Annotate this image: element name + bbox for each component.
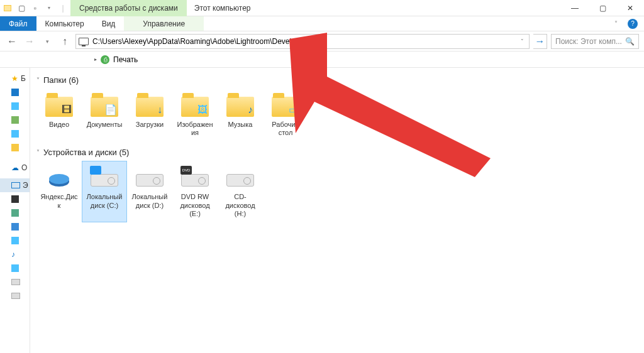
folder-music[interactable]: ♪Музыка [218,89,263,141]
windows-badge-icon [90,166,101,175]
picture-icon [11,237,19,244]
yandex-disk-icon [47,170,72,188]
generic-icon [11,89,19,96]
computer-icon [79,38,89,45]
ribbon-tabs: Файл Компьютер Вид Управление ˅ ? [0,16,644,31]
sidebar-item[interactable] [0,206,30,220]
quick-access-toolbar: ▢ ▫ ▾ | [0,3,70,13]
sidebar-item[interactable] [0,289,30,303]
folder-documents[interactable]: 📄Документы [82,89,127,141]
cloud-icon: ☁ [11,163,19,172]
print-icon: ⎙ [101,55,109,64]
qat-new-folder-icon[interactable]: ▫ [30,3,40,13]
device-dvd-rw[interactable]: DVDDVD RW дисковод (E:) [172,161,218,222]
address-bar[interactable]: C:\Users\Alexey\AppData\Roaming\Adobe\Li… [75,34,530,49]
navigation-pane: ★Б ☁O Э ♪ [0,68,30,353]
tab-view[interactable]: Вид [93,16,125,31]
chevron-down-icon: ˅ [36,77,40,84]
download-icon [11,223,19,231]
folder-desktop[interactable]: ▭Рабочий стол [263,89,308,141]
sidebar-item[interactable] [0,99,30,113]
generic-icon [11,116,19,124]
sidebar-item[interactable] [0,220,30,234]
desktop-icon [11,264,19,272]
folder-downloads[interactable]: ↓Загрузки [127,89,172,141]
print-label[interactable]: Печать [113,55,138,64]
sidebar-item[interactable] [0,141,30,155]
sidebar-item[interactable] [0,127,30,141]
chevron-right-icon[interactable]: ▸ [94,57,97,62]
minimize-button[interactable]: — [561,0,589,16]
tab-computer[interactable]: Компьютер [36,16,93,31]
folder-icon: 📄 [91,97,118,117]
search-placeholder: Поиск: Этот комп... [555,37,622,46]
up-button[interactable]: ↑ [58,35,72,48]
group-header-folders[interactable]: ˅ Папки (6) [36,75,638,85]
svg-point-1 [49,174,69,184]
recent-locations-icon[interactable]: ▾ [40,35,54,48]
device-local-disk-d[interactable]: Локальный диск (D:) [127,161,172,222]
content-pane: ˅ Папки (6) 🎞Видео 📄Документы ↓Загрузки … [30,68,644,353]
sidebar-item[interactable] [0,192,30,206]
address-dropdown-icon[interactable]: ˅ [518,38,526,45]
device-cd[interactable]: CD-дисковод (H:) [218,161,263,222]
sidebar-item-thispc[interactable]: Э [0,178,30,192]
window-controls: — ▢ ✕ [561,0,644,16]
disk-icon [11,279,20,285]
folder-icon: ↓ [136,97,164,117]
file-tab[interactable]: Файл [0,16,36,31]
devices-row: Яндекс.Диск Локальный диск (C:) Локальны… [36,161,638,222]
folder-pictures[interactable]: 🖼Изображения [172,89,218,141]
group-header-devices[interactable]: ˅ Устройства и диски (5) [36,148,638,157]
forward-button[interactable]: → [23,35,36,48]
window-title: Этот компьютер [187,4,258,13]
dvd-badge-icon: DVD [180,166,192,175]
device-local-disk-c[interactable]: Локальный диск (C:) [82,161,127,222]
generic-icon [11,144,19,151]
command-bar: ▸ ⎙ Печать [0,52,644,68]
navigation-bar: ← → ▾ ↑ C:\Users\Alexey\AppData\Roaming\… [0,31,644,52]
search-icon: 🔍 [625,37,635,46]
optical-drive-icon: DVD [181,174,209,187]
context-tab-manage[interactable]: Управление [124,16,204,31]
help-icon[interactable]: ? [628,19,638,29]
sidebar-item[interactable] [0,234,30,247]
ribbon-collapse-icon[interactable]: ˅ [609,20,623,27]
sidebar-item[interactable] [0,113,30,127]
close-button[interactable]: ✕ [616,0,644,16]
disk-icon [11,293,20,299]
device-yandex-disk[interactable]: Яндекс.Диск [36,161,82,222]
qat-dropdown-icon[interactable]: ▾ [44,3,54,13]
computer-icon [11,182,20,188]
sidebar-item[interactable]: ♪ [0,247,30,261]
group-title: Устройства и диски (5) [43,148,129,157]
sidebar-item[interactable] [0,85,30,99]
drive-icon [91,174,118,187]
drive-icon [136,174,164,187]
address-text: C:\Users\Alexey\AppData\Roaming\Adobe\Li… [92,37,321,46]
folder-icon: ♪ [226,97,254,117]
folders-row: 🎞Видео 📄Документы ↓Загрузки 🖼Изображения… [36,89,638,141]
sidebar-item[interactable] [0,275,30,289]
folder-icon: ▭ [272,97,299,117]
back-button[interactable]: ← [5,35,19,48]
folder-videos[interactable]: 🎞Видео [36,89,82,141]
folder-icon: 🎞 [45,97,73,117]
generic-icon [11,130,19,138]
qat-properties-icon[interactable]: ▢ [16,3,26,13]
document-icon [11,209,19,217]
folder-icon: 🖼 [181,97,209,117]
video-icon [11,195,19,203]
sidebar-item-quickaccess[interactable]: ★Б [0,72,30,85]
group-title: Папки (6) [43,75,79,85]
music-icon: ♪ [11,250,15,259]
star-icon: ★ [11,74,18,83]
sidebar-item-onedrive[interactable]: ☁O [0,161,30,175]
app-icon[interactable] [3,3,13,13]
qat-separator: | [58,3,68,13]
refresh-button[interactable]: → [533,34,547,49]
chevron-down-icon: ˅ [36,149,40,156]
maximize-button[interactable]: ▢ [589,0,616,16]
search-input[interactable]: Поиск: Этот комп... 🔍 [551,34,639,49]
sidebar-item[interactable] [0,261,30,275]
